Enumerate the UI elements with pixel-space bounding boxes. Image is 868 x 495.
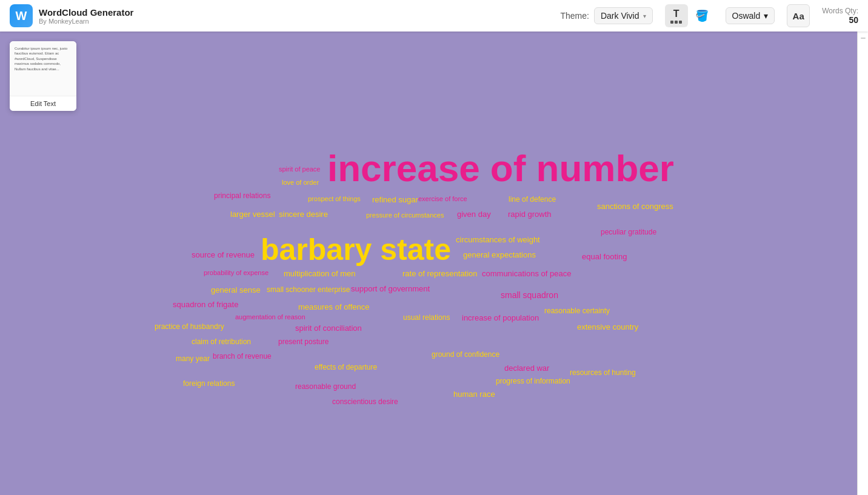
chevron-down-icon: ▾ [643,13,646,19]
right-sidebar [857,32,868,495]
word-item[interactable]: foreign relations [183,380,235,387]
word-item[interactable]: general sense [211,286,261,294]
toolbar-area: T 🪣 [665,4,713,27]
font-size-button[interactable]: Aa [787,4,810,27]
word-item[interactable]: source of revenue [192,251,255,259]
word-item[interactable]: usual relations [403,314,450,321]
fill-icon: 🪣 [695,9,709,22]
text-preview: Curabitur ipsum ipsum nec, justo faucibu… [10,41,76,96]
logo-title: WordCloud Generator [39,7,133,18]
word-item[interactable]: sanctions of congress [597,202,673,210]
word-item[interactable]: declared war [504,364,549,372]
text-underline [670,21,682,24]
word-item[interactable]: spirit of conciliation [295,324,362,332]
words-quantity: Words Qty: 50 [822,7,858,25]
word-item[interactable]: equal footing [582,253,627,261]
word-item[interactable]: practice of husbandry [155,323,224,330]
word-item[interactable]: refined sugar [372,196,418,204]
word-item[interactable]: progress of information [496,377,570,385]
theme-area: Theme: Dark Vivid ▾ [561,7,653,24]
word-item[interactable]: reasonable certainty [544,307,610,314]
word-item[interactable]: branch of revenue [213,353,272,360]
word-item[interactable]: extensive country [577,323,638,331]
logo-icon: W [10,4,33,27]
theme-label: Theme: [561,11,589,21]
theme-dropdown[interactable]: Dark Vivid ▾ [594,7,653,24]
word-item[interactable]: larger vessel [230,210,275,218]
word-item[interactable]: multiplication of men [284,270,356,277]
word-item[interactable]: support of government [351,285,430,293]
logo-text: WordCloud Generator By MonkeyLearn [39,7,133,25]
logo-area: W WordCloud Generator By MonkeyLearn [10,4,133,27]
word-item[interactable]: peculiar gratitude [601,228,656,236]
word-item[interactable]: conscientious desire [332,398,398,405]
header: W WordCloud Generator By MonkeyLearn The… [0,0,868,32]
color-fill-button[interactable]: 🪣 [690,4,713,27]
word-item[interactable]: squadron of frigate [173,301,238,308]
word-item[interactable]: principal relations [214,192,270,199]
sidebar-marker [861,38,866,39]
word-item[interactable]: resources of hunting [570,369,636,376]
word-item[interactable]: probability of expense [204,270,269,276]
header-right: Theme: Dark Vivid ▾ T 🪣 Oswald ▾ [561,4,859,27]
word-item[interactable]: rapid growth [508,210,552,218]
word-item[interactable]: circumstances of weight [456,236,540,244]
text-style-button[interactable]: T [665,4,688,27]
word-item[interactable]: spirit of peace [279,166,320,173]
word-item[interactable]: reasonable ground [295,383,356,390]
text-input-panel: Curabitur ipsum ipsum nec, justo faucibu… [10,41,76,111]
font-chevron-icon: ▾ [764,11,768,21]
word-cloud: increase of numberbarbary statespirit of… [0,32,857,495]
words-qty-label: Words Qty: [822,7,858,15]
word-item[interactable]: increase of population [462,314,539,322]
word-item[interactable]: given day [457,210,491,218]
logo-subtitle: By MonkeyLearn [39,18,133,25]
word-item[interactable]: effects of departure [315,364,377,371]
theme-value: Dark Vivid [601,11,639,21]
word-item[interactable]: pressure of circumstances [366,212,444,219]
word-item[interactable]: measures of offence [298,303,370,311]
word-item[interactable]: barbary state [261,234,451,265]
word-item[interactable]: sincere desire [279,210,328,218]
word-item[interactable]: rate of representation [402,270,478,277]
word-cloud-canvas: Curabitur ipsum ipsum nec, justo faucibu… [0,32,868,495]
word-item[interactable]: human race [453,390,495,398]
word-item[interactable]: increase of number [327,150,674,187]
word-item[interactable]: line of defence [509,196,556,203]
edit-text-button[interactable]: Edit Text [10,96,76,111]
word-item[interactable]: small squadron [501,291,558,299]
word-item[interactable]: claim of retribution [192,338,251,345]
logo-letter: W [16,9,27,23]
word-item[interactable]: exercise of force [418,196,467,202]
text-icon: T [670,8,682,24]
word-item[interactable]: general expectations [463,251,536,259]
word-item[interactable]: small schooner enterprise [267,286,350,293]
word-item[interactable]: prospect of things [308,196,361,202]
word-item[interactable]: communications of peace [482,270,571,277]
words-qty-value: 50 [849,15,858,25]
word-item[interactable]: love of order [282,179,319,186]
font-dropdown[interactable]: Oswald ▾ [726,7,775,24]
font-value: Oswald [732,11,761,21]
word-item[interactable]: present posture [278,338,329,345]
word-item[interactable]: ground of confidence [432,351,499,358]
word-item[interactable]: many year [176,355,210,362]
word-item[interactable]: augmentation of reason [235,314,305,321]
